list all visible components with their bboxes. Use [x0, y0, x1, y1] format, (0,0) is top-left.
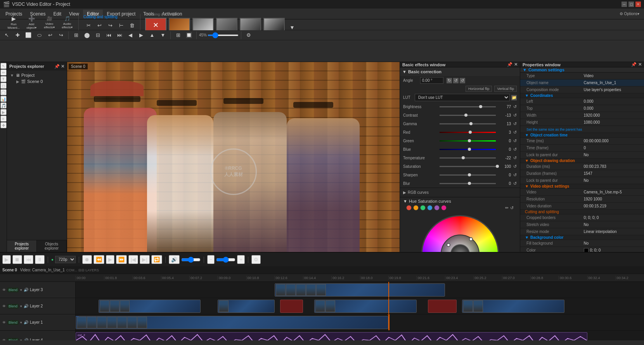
- move-right[interactable]: ▶: [136, 30, 146, 40]
- music-tool-btn[interactable]: 🎵: [0, 102, 7, 109]
- move-left[interactable]: ◀: [125, 30, 135, 40]
- track-mute-icon4[interactable]: ▾: [20, 338, 22, 341]
- set-same-size-row[interactable]: Set the same size as the parent has: [520, 126, 644, 133]
- blur-slider-track[interactable]: [440, 183, 496, 184]
- blue-reset[interactable]: ↺: [513, 147, 517, 152]
- delete-btn[interactable]: 🗑: [127, 21, 137, 31]
- gamma-reset[interactable]: ↺: [513, 121, 517, 126]
- track-vol-icon1[interactable]: 🔊: [24, 320, 28, 324]
- pin-projects-btn[interactable]: 📌: [54, 64, 60, 69]
- color-dot-red[interactable]: [406, 205, 412, 210]
- tl-loop-btn[interactable]: 🔁: [151, 255, 162, 264]
- track-mute-icon2[interactable]: ▾: [20, 304, 22, 308]
- tl-stop-btn[interactable]: ⏹: [12, 255, 22, 264]
- shape-tool-btn[interactable]: ◻: [0, 83, 7, 89]
- cutting-tab[interactable]: Cutting and splitting: [83, 15, 118, 19]
- zoom-slider[interactable]: [208, 34, 239, 36]
- undo-tool2[interactable]: ↩: [45, 30, 55, 40]
- horizontal-flip-btn[interactable]: Horizontal flip: [466, 86, 492, 92]
- tl-vol-slider[interactable]: [181, 257, 201, 263]
- video-tool-btn[interactable]: ▶: [0, 109, 7, 115]
- drawing-duration-header[interactable]: ▼ Object drawing duration: [520, 159, 644, 163]
- vertical-flip-btn[interactable]: Vertical flip: [494, 86, 517, 92]
- magnet-snap[interactable]: 🔲: [184, 30, 194, 40]
- project-root-item[interactable]: ▼ 🖥 Project: [9, 72, 65, 78]
- redo-tool2[interactable]: ↪: [56, 30, 66, 40]
- saturation-slider-track[interactable]: [440, 166, 496, 167]
- contrast-slider-track[interactable]: [440, 115, 496, 116]
- undo-btn[interactable]: ↩: [94, 21, 104, 31]
- tl-vol-btn[interactable]: 🔊: [169, 255, 180, 264]
- coordinates-header[interactable]: ▼ Coordinates: [520, 93, 644, 98]
- track-content-1[interactable]: [76, 314, 644, 330]
- track-visibility-icon2[interactable]: 👁: [2, 304, 6, 308]
- tl-prev-btn[interactable]: ⏮: [24, 255, 33, 264]
- grid-snap[interactable]: ⊞: [173, 30, 183, 40]
- color-wheel-dot-center[interactable]: [447, 243, 450, 247]
- cursor-tool-btn[interactable]: ↖: [0, 63, 7, 69]
- background-color-header[interactable]: ▼ Background color: [520, 235, 644, 240]
- timeline-tool-btn[interactable]: ≡: [0, 116, 7, 122]
- track-content-4[interactable]: ost_2: [76, 331, 644, 340]
- saturation-reset[interactable]: ↺: [513, 164, 517, 169]
- track-visibility-icon1[interactable]: 👁: [2, 321, 6, 324]
- move-down[interactable]: ▼: [158, 30, 168, 40]
- track-content-3[interactable]: [76, 282, 644, 298]
- close-effects-btn[interactable]: ✕: [514, 62, 518, 67]
- tab-objects-explorer[interactable]: Objects explorer: [37, 240, 67, 252]
- color-dot-blue[interactable]: [427, 205, 433, 210]
- tl-pause-btn[interactable]: ⏸: [35, 255, 45, 264]
- track-mute-icon3[interactable]: ▾: [20, 288, 22, 292]
- close-properties-btn[interactable]: ✕: [638, 62, 642, 67]
- pin-effects-btn[interactable]: 📌: [507, 62, 512, 67]
- hue-saturation-header[interactable]: ▼ Hue Saturation curves: [403, 199, 517, 204]
- track-visibility-icon3[interactable]: 👁: [2, 288, 6, 292]
- reset-angle-btn[interactable]: ↺: [460, 78, 465, 83]
- angle-input[interactable]: [420, 77, 443, 84]
- cutting-splitting-header[interactable]: Cutting and splitting: [520, 210, 644, 214]
- text-tool-btn[interactable]: T: [0, 76, 7, 82]
- tl-prev-frame-btn[interactable]: ⏪: [93, 255, 104, 264]
- sharpen-slider-track[interactable]: [440, 174, 496, 176]
- select-tool[interactable]: ↖: [2, 30, 12, 40]
- rotate-ccw-btn[interactable]: ↺: [453, 78, 459, 83]
- color-dot-yellow[interactable]: [413, 205, 419, 210]
- minimize-button[interactable]: ─: [621, 2, 627, 7]
- brightness-reset[interactable]: ↺: [513, 104, 517, 109]
- reset-hue-btn[interactable]: ↺: [510, 205, 514, 210]
- tl-zoom-in[interactable]: +: [237, 255, 245, 264]
- tl-play-btn[interactable]: ▶: [2, 255, 11, 264]
- gamma-slider-track[interactable]: [440, 123, 496, 124]
- settings-btn[interactable]: ⚙: [244, 30, 254, 40]
- redo-btn[interactable]: ↪: [105, 21, 115, 31]
- tl-begin-btn[interactable]: |◀: [128, 255, 138, 264]
- lut-select[interactable]: Don't use LUT: [415, 94, 510, 101]
- tl-settings-btn[interactable]: ⚙: [251, 255, 261, 264]
- align-left[interactable]: ⬤: [82, 30, 92, 40]
- track-content-2[interactable]: [76, 298, 644, 314]
- track-visibility-icon4[interactable]: 👁: [2, 338, 6, 341]
- close-button[interactable]: ✕: [635, 2, 641, 7]
- rotate-cw-btn[interactable]: ↻: [447, 78, 452, 83]
- track-vol-icon3[interactable]: 🔊: [24, 288, 28, 292]
- chart-tool-btn[interactable]: 📊: [0, 96, 7, 102]
- tl-next-frame-btn[interactable]: ⏩: [116, 255, 127, 264]
- video-effects-button[interactable]: 🎥 Video effects▾: [41, 16, 57, 29]
- rect-tool[interactable]: ⬜: [23, 30, 33, 40]
- color-dot-pink[interactable]: [441, 205, 447, 210]
- cut-tool-btn[interactable]: ✂: [83, 21, 93, 31]
- temperature-reset[interactable]: ↺: [513, 155, 517, 160]
- common-settings-header[interactable]: ▼ Common settings: [520, 67, 644, 72]
- tl-zoom-slider[interactable]: [216, 257, 235, 263]
- circle-tool-btn[interactable]: ◯: [0, 89, 7, 95]
- scene-item[interactable]: ▶ 🎬 Scene 0: [9, 78, 65, 85]
- color-swatch[interactable]: [584, 248, 589, 252]
- object-creation-time-header[interactable]: ▼ Object creation time: [520, 133, 644, 138]
- split-btn[interactable]: ⊢: [116, 21, 126, 31]
- run-wizard-button[interactable]: ▶ Run Wizard...: [5, 16, 22, 29]
- red-slider-track[interactable]: [440, 132, 496, 133]
- tl-end-btn[interactable]: ▶|: [140, 255, 149, 264]
- color-dot-green[interactable]: [420, 205, 426, 210]
- align-center[interactable]: ⊟: [93, 30, 103, 40]
- video-object-settings-header[interactable]: ▼ Video object settings: [520, 184, 644, 189]
